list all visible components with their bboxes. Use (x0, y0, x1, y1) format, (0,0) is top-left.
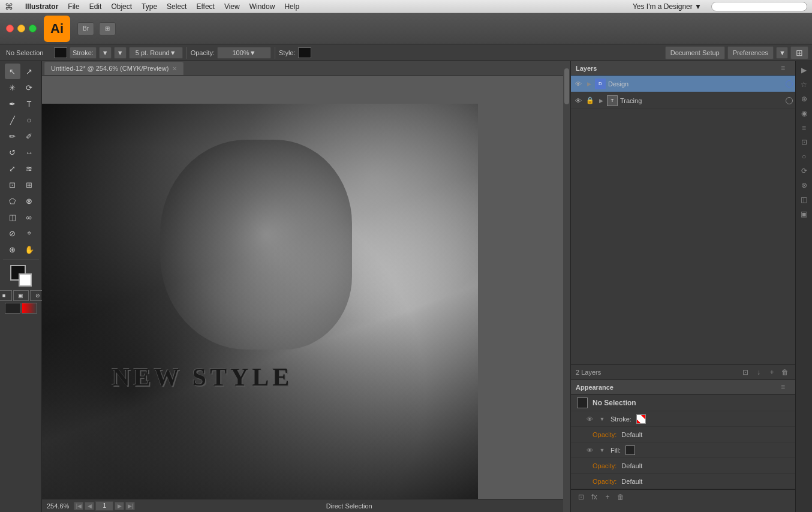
menu-object[interactable]: Object (111, 2, 132, 11)
create-new-layer-btn[interactable]: + (766, 367, 777, 378)
apple-menu[interactable]: ⌘ (5, 2, 13, 11)
canvas-viewport[interactable]: NEW STYLE (42, 76, 563, 499)
style-swatch[interactable] (298, 47, 311, 58)
app-menu-illustrator[interactable]: Illustrator (25, 2, 58, 11)
strip-btn-6[interactable]: ⊡ (798, 135, 811, 149)
free-transform-tool[interactable]: ⊡ (5, 177, 20, 192)
strip-btn-4[interactable]: ◉ (798, 107, 811, 120)
direct-selection-tool[interactable]: ↗ (22, 64, 37, 79)
document-setup-button[interactable]: Document Setup (665, 46, 725, 59)
fill-expand-icon[interactable]: ▼ (599, 447, 606, 454)
stroke-color-swatch[interactable] (636, 414, 646, 424)
lasso-tool[interactable]: ⟳ (22, 80, 37, 95)
menu-file[interactable]: File (68, 2, 79, 11)
make-clipping-mask-btn[interactable]: ⊡ (740, 367, 751, 378)
delete-appearance-btn[interactable]: 🗑 (615, 492, 626, 502)
gradient-tool[interactable]: ◫ (5, 209, 20, 225)
zoom-tool[interactable]: ⊕ (5, 242, 20, 257)
pencil-tool[interactable]: ✐ (22, 128, 37, 144)
v-scroll-thumb[interactable] (564, 68, 569, 104)
strip-btn-11[interactable]: ▣ (798, 207, 811, 221)
canvas-tab-main[interactable]: Untitled-12* @ 254.6% (CMYK/Preview) ✕ (44, 62, 184, 75)
last-page-button[interactable]: ▶| (125, 502, 135, 510)
paintbrush-tool[interactable]: ✏ (5, 128, 20, 144)
color-fill-btn[interactable]: ■ (0, 290, 12, 301)
eyedropper-tool[interactable]: ⊘ (5, 225, 20, 241)
hand-tool[interactable]: ✋ (22, 242, 37, 257)
add-new-fill-btn[interactable]: + (602, 492, 613, 502)
close-button[interactable] (6, 25, 14, 32)
extra-swatch-2[interactable] (22, 303, 37, 314)
type-tool[interactable]: T (22, 96, 37, 112)
fill-color-swatch[interactable] (625, 445, 635, 455)
menu-edit[interactable]: Edit (89, 2, 102, 11)
strip-btn-7[interactable]: ○ (798, 150, 811, 163)
blend-tool[interactable]: ∞ (22, 209, 37, 225)
opacity-input[interactable]: 100% ▼ (217, 47, 271, 59)
stroke-style-dropdown[interactable]: ▼ (114, 47, 127, 59)
strip-btn-1[interactable]: ▶ (798, 64, 811, 77)
selection-tool[interactable]: ↖ (5, 64, 20, 79)
delete-layer-btn[interactable]: 🗑 (780, 367, 790, 378)
line-tool[interactable]: ╱ (5, 112, 20, 128)
strip-btn-9[interactable]: ⊗ (798, 179, 811, 192)
reflect-tool[interactable]: ↔ (22, 144, 37, 160)
bridge-button[interactable]: Br (77, 22, 94, 35)
extra-swatch-1[interactable] (5, 303, 20, 314)
preferences-extra[interactable]: ▼ (776, 47, 788, 59)
menu-effect[interactable]: Effect (196, 2, 214, 11)
stroke-expand-icon[interactable]: ▼ (599, 415, 606, 423)
rotate-tool[interactable]: ↺ (5, 144, 20, 160)
preferences-button[interactable]: Preferences (727, 46, 774, 59)
pen-tool[interactable]: ✒ (5, 96, 20, 112)
gradient-fill-btn[interactable]: ▣ (13, 290, 29, 301)
appearance-panel-menu-icon[interactable]: ≡ (781, 383, 790, 392)
minimize-button[interactable] (17, 25, 25, 32)
layer-visibility-eye-tracing[interactable]: 👁 (573, 96, 583, 106)
add-new-effect-btn[interactable]: fx (589, 492, 600, 502)
stroke-dropdown[interactable]: ▼ (99, 47, 112, 59)
perspective-tool[interactable]: ⬠ (5, 193, 20, 209)
page-number[interactable]: 1 (95, 501, 113, 511)
menu-help[interactable]: Help (284, 2, 299, 11)
stroke-size-input[interactable]: 5 pt. Round ▼ (129, 47, 183, 59)
shape-builder-tool[interactable]: ⊞ (22, 177, 37, 192)
menu-select[interactable]: Select (167, 2, 187, 11)
prev-page-button[interactable]: ◀ (85, 502, 94, 510)
scale-tool[interactable]: ⤢ (5, 161, 20, 176)
panel-menu-icon[interactable]: ≡ (781, 64, 790, 73)
magic-wand-tool[interactable]: ✳ (5, 80, 20, 95)
strip-btn-8[interactable]: ⟳ (798, 164, 811, 177)
menu-type[interactable]: Type (142, 2, 157, 11)
layer-row-tracing[interactable]: 👁 🔒 ▶ T Tracing (571, 92, 795, 109)
layer-visibility-eye-design[interactable]: 👁 (573, 79, 583, 89)
layer-lock-tracing[interactable]: 🔒 (585, 96, 595, 106)
global-search-input[interactable] (711, 2, 807, 11)
first-page-button[interactable]: |◀ (74, 502, 83, 510)
warp-tool[interactable]: ≋ (22, 161, 37, 176)
close-tab-icon[interactable]: ✕ (172, 65, 177, 72)
maximize-button[interactable] (29, 25, 37, 32)
mesh-tool[interactable]: ⊗ (22, 193, 37, 209)
next-page-button[interactable]: ▶ (115, 502, 124, 510)
measure-tool[interactable]: ⌖ (22, 225, 37, 241)
layer-expand-tracing[interactable]: ▶ (597, 97, 605, 104)
menu-window[interactable]: Window (249, 2, 275, 11)
fill-visibility-icon[interactable]: 👁 (585, 446, 594, 454)
reduce-to-basic-btn[interactable]: ⊡ (576, 492, 587, 502)
ellipse-tool[interactable]: ○ (22, 112, 37, 128)
strip-btn-3[interactable]: ⊕ (798, 92, 811, 106)
layer-expand-design[interactable]: ▶ (585, 80, 593, 88)
stroke-visibility-icon[interactable]: 👁 (585, 415, 594, 423)
strip-btn-2[interactable]: ☆ (798, 78, 811, 91)
vertical-scrollbar[interactable] (563, 61, 570, 512)
layer-row-design[interactable]: 👁 ▶ D Design (571, 76, 795, 92)
menu-view[interactable]: View (224, 2, 240, 11)
background-swatch[interactable] (19, 273, 32, 287)
strip-btn-10[interactable]: ◫ (798, 193, 811, 206)
fill-color-swatch[interactable] (54, 47, 67, 58)
tab-view-button[interactable]: ⊞ (99, 22, 116, 35)
strip-btn-5[interactable]: ≡ (798, 121, 811, 134)
arrange-button[interactable]: ⊞ (790, 46, 808, 59)
create-new-sublayer-btn[interactable]: ↓ (753, 367, 764, 378)
